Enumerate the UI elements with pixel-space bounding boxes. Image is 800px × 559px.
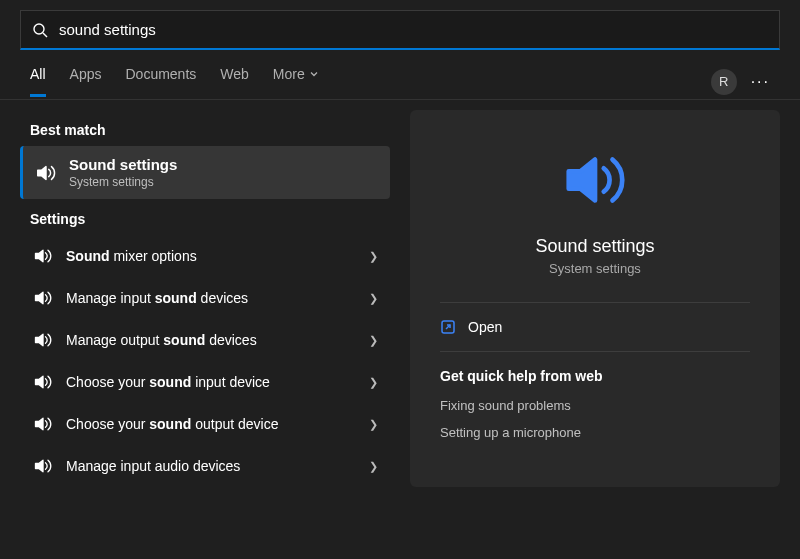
open-label: Open xyxy=(468,319,502,335)
setting-label: Sound mixer options xyxy=(66,248,357,264)
best-match-item[interactable]: Sound settings System settings xyxy=(20,146,390,199)
setting-label: Manage input sound devices xyxy=(66,290,357,306)
svg-line-1 xyxy=(43,33,47,37)
sound-icon xyxy=(35,162,57,184)
best-match-subtitle: System settings xyxy=(69,175,177,189)
settings-list: Sound mixer options ❯ Manage input sound… xyxy=(20,235,390,487)
more-options-button[interactable]: ··· xyxy=(751,73,770,91)
setting-item[interactable]: Choose your sound output device ❯ xyxy=(20,403,390,445)
chevron-right-icon: ❯ xyxy=(369,376,378,389)
results-panel: Best match Sound settings System setting… xyxy=(20,110,390,487)
setting-label: Choose your sound output device xyxy=(66,416,357,432)
svg-marker-9 xyxy=(569,160,595,201)
svg-marker-2 xyxy=(38,166,46,179)
sound-icon xyxy=(555,140,635,220)
sound-icon xyxy=(32,413,54,435)
tab-web[interactable]: Web xyxy=(220,66,249,97)
sound-icon xyxy=(32,371,54,393)
open-icon xyxy=(440,319,456,335)
setting-label: Manage input audio devices xyxy=(66,458,357,474)
chevron-down-icon xyxy=(309,69,319,79)
chevron-right-icon: ❯ xyxy=(369,418,378,431)
best-match-title: Sound settings xyxy=(69,156,177,173)
tab-all[interactable]: All xyxy=(30,66,46,97)
setting-label: Choose your sound input device xyxy=(66,374,357,390)
help-link[interactable]: Setting up a microphone xyxy=(440,425,750,440)
avatar[interactable]: R xyxy=(711,69,737,95)
svg-marker-5 xyxy=(36,334,44,346)
help-link[interactable]: Fixing sound problems xyxy=(440,398,750,413)
detail-panel: Sound settings System settings Open Get … xyxy=(410,110,780,487)
sound-icon xyxy=(32,455,54,477)
search-bar[interactable]: sound settings xyxy=(20,10,780,50)
detail-title: Sound settings xyxy=(535,236,654,257)
setting-label: Manage output sound devices xyxy=(66,332,357,348)
help-section: Get quick help from web Fixing sound pro… xyxy=(440,352,750,452)
svg-marker-3 xyxy=(36,250,44,262)
sound-icon xyxy=(32,329,54,351)
setting-item[interactable]: Manage input sound devices ❯ xyxy=(20,277,390,319)
chevron-right-icon: ❯ xyxy=(369,334,378,347)
svg-marker-6 xyxy=(36,376,44,388)
sound-icon xyxy=(32,287,54,309)
search-query: sound settings xyxy=(59,21,769,38)
svg-marker-4 xyxy=(36,292,44,304)
svg-point-0 xyxy=(34,24,44,34)
chevron-right-icon: ❯ xyxy=(369,460,378,473)
best-match-header: Best match xyxy=(20,110,390,146)
setting-item[interactable]: Manage output sound devices ❯ xyxy=(20,319,390,361)
filter-tabs: All Apps Documents Web More R ··· xyxy=(0,50,800,100)
tab-apps[interactable]: Apps xyxy=(70,66,102,97)
setting-item[interactable]: Choose your sound input device ❯ xyxy=(20,361,390,403)
chevron-right-icon: ❯ xyxy=(369,292,378,305)
tab-more[interactable]: More xyxy=(273,66,319,97)
setting-item[interactable]: Sound mixer options ❯ xyxy=(20,235,390,277)
svg-marker-8 xyxy=(36,460,44,472)
detail-hero: Sound settings System settings xyxy=(440,140,750,303)
tab-more-label: More xyxy=(273,66,305,82)
detail-subtitle: System settings xyxy=(549,261,641,276)
sound-icon xyxy=(32,245,54,267)
open-button[interactable]: Open xyxy=(440,303,750,352)
help-header: Get quick help from web xyxy=(440,368,750,384)
svg-marker-7 xyxy=(36,418,44,430)
search-icon xyxy=(31,21,49,39)
settings-header: Settings xyxy=(20,199,390,235)
chevron-right-icon: ❯ xyxy=(369,250,378,263)
tab-documents[interactable]: Documents xyxy=(125,66,196,97)
setting-item[interactable]: Manage input audio devices ❯ xyxy=(20,445,390,487)
content: Best match Sound settings System setting… xyxy=(0,100,800,487)
